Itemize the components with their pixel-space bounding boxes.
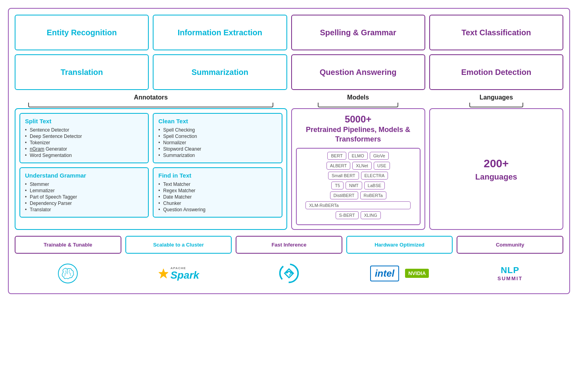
top-grid-row2: Translation Summarization Question Answe… [15, 54, 563, 90]
bottom-features: Trainable & Tunable Scalable to a Cluste… [15, 236, 563, 254]
model-sbert: S-BERT [336, 211, 359, 219]
nlp-summit-cell: NLP SUMMIT [457, 260, 563, 287]
question-answering-label: Question Answering [320, 68, 397, 77]
find-in-text-box: Find in Text Text Matcher Regex Matcher … [153, 167, 282, 218]
list-item: Regex Matcher [158, 187, 277, 194]
model-row-7: S-BERT XLING [300, 211, 417, 219]
model-row-1: BERT ELMO GloVe [300, 152, 417, 160]
logo-row: APACHE Spark intel NVIDIA [15, 260, 563, 287]
understand-grammar-title: Understand Grammar [25, 172, 143, 179]
list-item: nGram Generator [25, 146, 143, 152]
spelling-grammar-label: Spelling & Grammar [320, 28, 396, 37]
annotators-label: Annotators [134, 94, 168, 101]
spark-star-icon [158, 268, 169, 279]
list-item: Text Matcher [158, 181, 277, 187]
hardware-optimized-box: Hardware Optimized [346, 236, 453, 254]
inference-icon [278, 262, 300, 284]
svg-marker-1 [159, 269, 168, 278]
fast-inference-box: Fast Inference [236, 236, 342, 254]
languages-label-text: Languages [475, 171, 517, 182]
translation-box: Translation [15, 54, 149, 90]
languages-text: 200+ Languages [475, 156, 517, 182]
entity-recognition-box: Entity Recognition [15, 15, 149, 50]
languages-label: Languages [480, 94, 513, 101]
list-item: Stemmer [25, 181, 143, 187]
split-text-box: Split Text Sentence Detector Deep Senten… [19, 113, 149, 163]
inference-logo-cell [236, 260, 342, 287]
model-distilbert: DistilBERT [330, 191, 358, 199]
model-use: USE [374, 162, 390, 170]
hardware-optimized-label: Hardware Optimized [374, 242, 424, 248]
community-box: Community [457, 236, 563, 254]
model-elmo: ELMO [348, 152, 368, 160]
models-subtitle: Pretrained Pipelines, Models & Transform… [306, 126, 410, 143]
scalable-cluster-box: Scalable to a Cluster [125, 236, 232, 254]
list-item: Deep Sentence Detector [25, 133, 143, 140]
information-extraction-label: Information Extraction [178, 28, 262, 37]
list-item: Translator [25, 207, 143, 213]
list-item: Summarization [158, 152, 277, 159]
brain-logo-cell [15, 260, 121, 287]
model-xling: XLING [361, 211, 381, 219]
nlp-text: NLP [497, 265, 522, 275]
list-item: Spell Correction [158, 133, 277, 140]
languages-section: 200+ Languages [429, 108, 563, 230]
question-answering-box: Question Answering [291, 54, 425, 90]
community-label: Community [496, 242, 524, 248]
find-in-text-title: Find in Text [158, 172, 277, 179]
emotion-detection-box: Emotion Detection [429, 54, 563, 90]
fast-inference-label: Fast Inference [271, 242, 306, 248]
spark-logo-cell: APACHE Spark [125, 260, 232, 287]
section-labels: Annotators Models Languages [15, 94, 563, 107]
find-in-text-list: Text Matcher Regex Matcher Date Matcher … [158, 181, 277, 213]
entity-recognition-label: Entity Recognition [47, 28, 117, 37]
svg-point-0 [58, 264, 77, 283]
models-bracket [318, 103, 398, 107]
middle-section: Split Text Sentence Detector Deep Senten… [15, 108, 563, 230]
models-label: Models [347, 94, 369, 101]
model-glove: GloVe [370, 152, 389, 160]
model-albert: ALBERT [326, 162, 351, 170]
summarization-box: Summarization [153, 54, 287, 90]
information-extraction-box: Information Extraction [153, 15, 287, 50]
model-roberta: RoBERTa [360, 191, 386, 199]
clean-text-list: Spell Checking Spell Correction Normaliz… [158, 127, 277, 159]
list-item: Word Segmentation [25, 152, 143, 159]
model-small-bert: Small BERT [328, 172, 359, 180]
list-item: Lemmatizer [25, 187, 143, 194]
list-item: Dependency Parser [25, 200, 143, 207]
model-xlm-roberta: XLM-RoBERTa [305, 201, 411, 209]
model-xlnet: XLNet [352, 162, 372, 170]
models-grid: BERT ELMO GloVe ALBERT XLNet USE Small B… [296, 148, 421, 225]
model-electra: ELECTRA [361, 172, 388, 180]
annotators-bracket [28, 103, 273, 107]
list-item: Chunker [158, 200, 277, 207]
summarization-label: Summarization [192, 68, 248, 77]
split-text-list: Sentence Detector Deep Sentence Detector… [25, 127, 143, 159]
emotion-detection-label: Emotion Detection [461, 68, 532, 77]
models-title: 5000+ Pretrained Pipelines, Models & Tra… [296, 113, 421, 144]
list-item: Question Answering [158, 207, 277, 213]
scalable-cluster-label: Scalable to a Cluster [153, 242, 204, 248]
list-item: Part of Speech Tagger [25, 194, 143, 200]
models-count: 5000+ [345, 114, 371, 124]
languages-count: 200+ [475, 156, 517, 171]
trainable-tunable-box: Trainable & Tunable [15, 236, 121, 254]
annotators-section: Split Text Sentence Detector Deep Senten… [15, 108, 287, 230]
list-item: Sentence Detector [25, 127, 143, 133]
brain-icon [56, 262, 80, 285]
clean-text-box: Clean Text Spell Checking Spell Correcti… [153, 113, 282, 163]
split-text-title: Split Text [25, 118, 143, 124]
text-classification-box: Text Classification [429, 15, 563, 50]
model-labse: LaBSE [364, 182, 385, 189]
languages-bracket [469, 103, 523, 107]
models-section: 5000+ Pretrained Pipelines, Models & Tra… [291, 108, 425, 230]
model-row-2: ALBERT XLNet USE [300, 162, 417, 170]
main-container: Entity Recognition Information Extractio… [8, 8, 570, 294]
understand-grammar-box: Understand Grammar Stemmer Lemmatizer Pa… [19, 167, 149, 218]
model-row-4: T5 NMT LaBSE [300, 182, 417, 189]
clean-text-title: Clean Text [158, 118, 277, 124]
list-item: Tokenizer [25, 140, 143, 146]
spark-text: APACHE Spark [171, 266, 199, 280]
hardware-logos-cell: intel NVIDIA [346, 260, 453, 287]
